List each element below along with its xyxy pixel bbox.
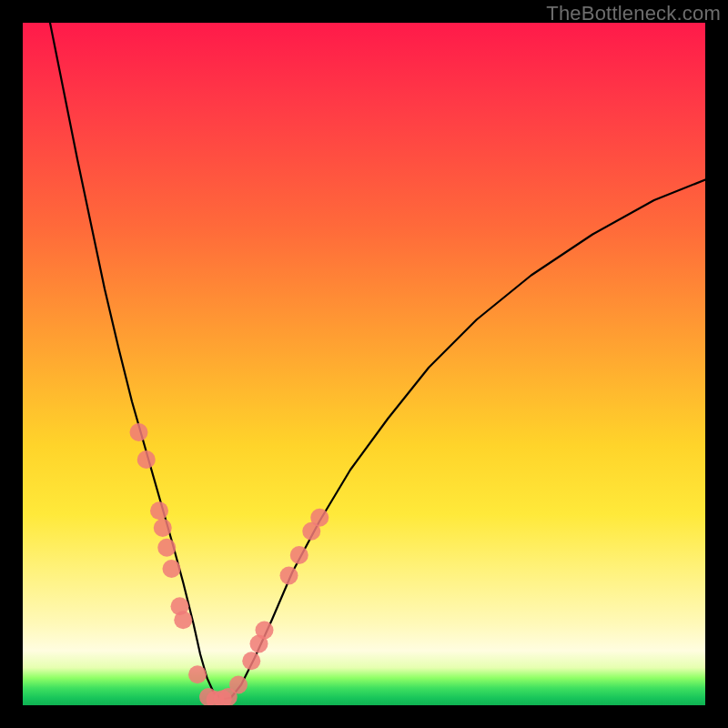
bottleneck-curve <box>50 23 705 699</box>
curve-layer <box>23 23 705 705</box>
plot-area <box>23 23 705 705</box>
data-point <box>174 611 192 629</box>
data-point <box>157 539 176 557</box>
data-point <box>290 546 308 564</box>
watermark-text: TheBottleneck.com <box>546 2 721 25</box>
data-point <box>280 567 298 585</box>
data-point <box>137 450 156 469</box>
data-point <box>163 560 181 578</box>
data-point <box>188 665 207 683</box>
data-point <box>229 676 248 694</box>
data-point <box>310 509 329 527</box>
data-point <box>130 423 148 441</box>
data-point <box>154 519 172 537</box>
highlighted-points <box>130 423 329 705</box>
chart-stage: TheBottleneck.com <box>0 0 728 728</box>
data-point <box>242 652 260 670</box>
data-point <box>150 501 168 520</box>
data-point <box>256 622 274 640</box>
